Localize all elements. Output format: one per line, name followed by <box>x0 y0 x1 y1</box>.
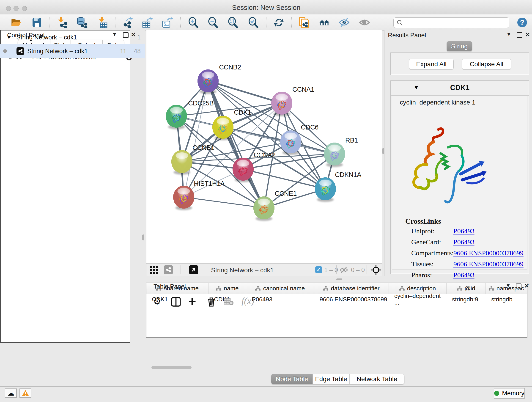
selected-nodes-edges-count: 1 – 0 <box>324 267 338 274</box>
tab-edge-table[interactable]: Edge Table <box>313 374 349 384</box>
node-label: CCNE1 <box>275 190 297 197</box>
view-toolbar-separator <box>181 265 181 274</box>
node-CCNE1[interactable] <box>253 196 274 221</box>
delete-column-trash-icon[interactable] <box>206 296 216 307</box>
edge-CCNB2-CCNE1[interactable] <box>208 81 264 208</box>
node-CCNB2[interactable] <box>197 70 219 94</box>
float-panel-icon[interactable] <box>516 283 521 289</box>
node-CDKN1A[interactable] <box>315 177 336 202</box>
birdseye-grid-button[interactable] <box>150 266 158 275</box>
network-canvas[interactable]: CCNB2CCNA1CDC25BCDK1CDC6RB1CCNB1CCNA2CDK… <box>146 30 382 263</box>
crosslink-compartments-link[interactable]: 9606.ENSP00000378699 <box>453 249 524 257</box>
toolbar-separator <box>49 17 50 27</box>
zoom-in-button[interactable] <box>187 17 199 28</box>
import-network-file-button[interactable] <box>56 17 68 28</box>
refresh-icon <box>273 17 285 28</box>
export-table-button[interactable] <box>141 17 153 28</box>
import-table-button[interactable] <box>97 17 109 28</box>
float-panel-menu-icon[interactable]: ▼ <box>506 32 511 37</box>
refresh-view-button[interactable] <box>273 17 285 28</box>
network-collection-row[interactable]: ▼ String Network – cdk1 1 <box>0 31 145 44</box>
search-field[interactable] <box>393 17 509 28</box>
left-splitter-handle[interactable] <box>142 235 144 240</box>
export-table-icon <box>141 17 153 28</box>
horizontal-splitter-handle[interactable] <box>336 279 342 280</box>
collection-name: String Network – cdk1 <box>17 34 77 41</box>
node-CDC25B[interactable] <box>166 105 187 129</box>
collapse-all-button[interactable]: Collapse All <box>462 59 511 70</box>
help-icon: ? <box>517 18 527 27</box>
import-network-database-button[interactable] <box>76 17 88 28</box>
zoom-fit-button[interactable] <box>227 17 239 28</box>
result-entry-header[interactable]: ▼ CDK1 <box>391 81 529 96</box>
column-header-3[interactable]: database identifier <box>314 283 389 294</box>
network-row[interactable]: String Network – cdk1 11 48 <box>0 44 145 58</box>
help-button[interactable]: ? <box>516 17 528 28</box>
close-panel-icon[interactable]: ✕ <box>525 31 530 38</box>
crosslink-label: GeneCard: <box>411 238 441 246</box>
open-in-window-button[interactable] <box>189 265 198 274</box>
cloud-status-button[interactable]: ☁ <box>5 389 17 398</box>
save-session-button[interactable] <box>31 17 43 28</box>
crosslink-genecard-link[interactable]: P06493 <box>453 238 475 246</box>
entry-description: cyclin–dependent kinase 1 <box>400 99 475 106</box>
table-panel-title: Table Panel <box>153 283 186 290</box>
crosslink-pharos-link[interactable]: P06493 <box>453 271 475 279</box>
title-bar: Session: New Session <box>0 0 532 15</box>
table-header-row: shared namenamecanonical namedatabase id… <box>146 283 527 294</box>
node-label: CDC6 <box>301 123 318 131</box>
string-app-button[interactable] <box>164 265 173 274</box>
edge-CCNB2-CCNA1[interactable] <box>208 81 282 103</box>
cell-6[interactable]: stringdb <box>486 294 527 305</box>
cell-2[interactable]: P06493 <box>246 294 314 305</box>
node-RB1[interactable] <box>324 143 345 167</box>
network-from-selection-button[interactable] <box>298 17 310 28</box>
node-CCNA1[interactable] <box>271 92 292 116</box>
right-splitter-handle[interactable] <box>382 148 384 154</box>
zoom-selected-button[interactable] <box>247 17 259 28</box>
cell-3[interactable]: 9606.ENSP00000378699 <box>314 294 389 305</box>
open-session-button[interactable] <box>10 17 22 28</box>
float-panel-icon[interactable] <box>517 32 522 38</box>
edge-HIST1H1A-CCNE1[interactable] <box>184 197 264 208</box>
tab-string[interactable]: String <box>447 41 472 51</box>
zoom-out-button[interactable] <box>207 17 219 28</box>
tree-expand-icon[interactable]: ▼ <box>6 34 12 40</box>
fit-center-crosshair-icon[interactable] <box>370 264 381 275</box>
entry-gene-name: CDK1 <box>391 84 529 92</box>
warning-icon <box>22 390 29 396</box>
table-options-gear-icon[interactable]: ⚙ <box>153 296 161 306</box>
show-all-button[interactable] <box>359 17 370 28</box>
column-header-1[interactable]: name <box>209 283 246 294</box>
node-label: CCNA2 <box>254 151 276 159</box>
selected-checkbox-icon[interactable]: ✓ <box>315 266 322 273</box>
memory-button[interactable]: Memory <box>494 388 525 399</box>
float-panel-menu-icon[interactable]: ▼ <box>506 283 511 288</box>
add-column-icon[interactable]: + <box>188 294 196 309</box>
horizontal-scrollbar[interactable] <box>152 366 191 369</box>
function-builder-button[interactable]: f(x) <box>241 295 254 306</box>
delete-table-icon[interactable] <box>224 298 234 306</box>
network-graph[interactable]: CCNB2CCNA1CDC25BCDK1CDC6RB1CCNB1CCNA2CDK… <box>146 30 382 263</box>
crosslink-tissues-link[interactable]: 9606.ENSP00000378699 <box>453 260 524 268</box>
tab-node-table[interactable]: Node Table <box>271 374 313 384</box>
cell-5[interactable]: stringdb:9... <box>447 294 486 305</box>
table-row[interactable]: CDK1CDK1P064939606.ENSP00000378699cyclin… <box>146 294 527 305</box>
warnings-button[interactable] <box>19 389 32 398</box>
export-image-button[interactable] <box>161 17 173 28</box>
import-network-icon <box>56 17 68 28</box>
crosslinks-title: CrossLinks <box>405 217 441 225</box>
home-button[interactable] <box>319 17 331 28</box>
close-panel-icon[interactable]: ✕ <box>524 282 529 289</box>
node-HIST1H1A[interactable] <box>173 186 194 210</box>
edge-count: 48 <box>134 48 141 55</box>
column-header-5[interactable]: @id <box>447 283 486 294</box>
show-columns-icon[interactable] <box>171 297 181 307</box>
expand-all-button[interactable]: Expand All <box>409 59 454 70</box>
cell-4[interactable]: cyclin–dependent ... <box>389 294 447 305</box>
column-header-2[interactable]: canonical name <box>246 283 314 294</box>
hide-selected-button[interactable] <box>338 17 350 28</box>
tab-network-table[interactable]: Network Table <box>349 374 404 384</box>
export-network-button[interactable] <box>122 17 133 28</box>
crosslink-uniprot-link[interactable]: P06493 <box>453 227 475 235</box>
